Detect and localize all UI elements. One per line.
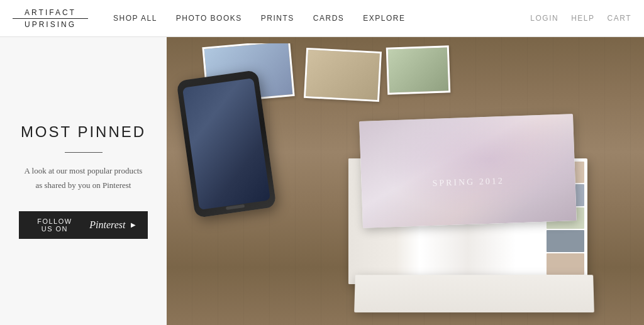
nav-shop-all[interactable]: SHOP ALL xyxy=(113,14,157,23)
cta-arrow: ▶ xyxy=(131,221,137,228)
hero-left-panel: MOST PINNED A look at our most popular p… xyxy=(0,37,167,325)
nav-login[interactable]: LOGIN xyxy=(530,14,558,23)
loose-photo-3 xyxy=(386,45,451,94)
nav-cards[interactable]: CARDS xyxy=(313,14,345,23)
site-header: ARTIFACT UPRISING SHOP ALL PHOTO BOOKS P… xyxy=(0,0,644,37)
hero-image-panel: SPRING 2012 xyxy=(167,37,644,325)
main-navigation: SHOP ALL PHOTO BOOKS PRINTS CARDS EXPLOR… xyxy=(88,14,530,23)
nav-cart[interactable]: CART xyxy=(608,14,631,23)
logo-line2: UPRISING xyxy=(25,20,76,29)
site-logo[interactable]: ARTIFACT UPRISING xyxy=(13,8,88,29)
photo-books-stack: SPRING 2012 xyxy=(342,124,606,312)
description-line1: A look at our most popular products xyxy=(25,166,143,175)
description-line2: as shared by you on Pinterest xyxy=(35,180,131,190)
utility-navigation: LOGIN HELP CART xyxy=(530,14,631,23)
nav-explore[interactable]: EXPLORE xyxy=(363,14,405,23)
photo-book-top: SPRING 2012 xyxy=(359,114,577,228)
logo-divider xyxy=(13,18,88,19)
pinterest-script-text: Pinterest xyxy=(89,219,125,231)
loose-photo-2 xyxy=(304,48,382,102)
nav-help[interactable]: HELP xyxy=(571,14,594,23)
book-spring-text: SPRING 2012 xyxy=(432,175,504,188)
hero-description: A look at our most popular products as s… xyxy=(25,164,143,192)
logo-line1: ARTIFACT xyxy=(25,8,76,17)
book-cover-main: SPRING 2012 xyxy=(359,114,577,228)
pinterest-follow-button[interactable]: FOLLOW US ON Pinterest ▶ xyxy=(19,211,148,239)
nav-photo-books[interactable]: PHOTO BOOKS xyxy=(176,14,242,23)
mini-photo-4 xyxy=(547,230,584,251)
main-content: MOST PINNED A look at our most popular p… xyxy=(0,37,644,325)
hero-title: MOST PINNED xyxy=(21,123,146,141)
title-divider xyxy=(65,152,103,153)
book-spine xyxy=(354,275,594,312)
nav-prints[interactable]: PRINTS xyxy=(261,14,294,23)
cta-label: FOLLOW US ON xyxy=(30,218,79,233)
mini-photo-5 xyxy=(547,253,584,275)
